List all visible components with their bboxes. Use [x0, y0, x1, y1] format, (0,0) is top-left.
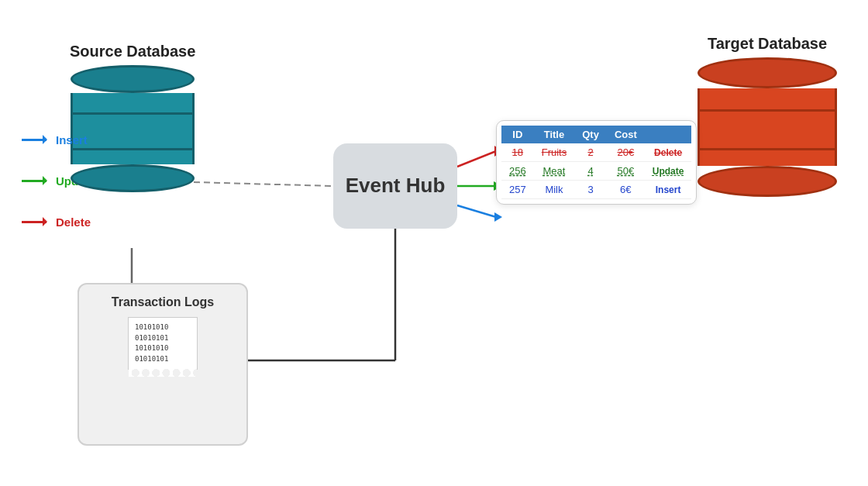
source-db-bottom — [71, 164, 195, 192]
target-table-container: ID Title Qty Cost 18 Fruits 2 20€ Delete… — [496, 120, 697, 205]
cell-action: Delete — [645, 143, 692, 162]
source-database: Source Database — [70, 43, 195, 192]
table-row: 257 Milk 3 6€ Insert — [501, 181, 691, 199]
cell-id: 256 — [501, 162, 534, 181]
table-body: 18 Fruits 2 20€ Delete 256 Meat 4 50€ Up… — [501, 143, 691, 199]
cell-cost: 20€ — [607, 143, 645, 162]
tx-log-title: Transaction Logs — [112, 295, 214, 309]
cell-qty: 3 — [574, 181, 607, 199]
cell-title: Meat — [534, 162, 575, 181]
target-table: ID Title Qty Cost 18 Fruits 2 20€ Delete… — [501, 126, 691, 199]
svg-line-5 — [457, 205, 496, 217]
source-db-top — [71, 65, 195, 93]
target-db-label: Target Database — [708, 35, 827, 53]
col-title: Title — [534, 126, 575, 143]
source-db-seg2 — [71, 129, 195, 150]
svg-line-0 — [194, 182, 333, 186]
cell-cost: 6€ — [607, 181, 645, 199]
svg-line-1 — [457, 151, 496, 167]
source-db-gap2 — [71, 150, 195, 164]
cell-cost: 50€ — [607, 162, 645, 181]
insert-label: Insert — [56, 133, 88, 146]
target-db-seg1 — [698, 88, 837, 112]
transaction-log: Transaction Logs 10101010 01010101 10101… — [78, 283, 248, 446]
target-db-gap2 — [698, 150, 837, 166]
svg-marker-6 — [494, 212, 502, 222]
target-database: Target Database — [698, 35, 837, 197]
target-db-bottom — [698, 166, 837, 197]
source-db-body — [71, 65, 195, 192]
op-delete: Delete — [22, 215, 91, 229]
cell-id: 18 — [501, 143, 534, 162]
target-db-body — [698, 57, 837, 197]
log-line-1: 10101010 — [135, 322, 191, 333]
table-row: 18 Fruits 2 20€ Delete — [501, 143, 691, 162]
source-db-seg1 — [71, 93, 195, 115]
op-insert: Insert — [22, 133, 88, 146]
cell-title: Fruits — [534, 143, 575, 162]
table-row: 256 Meat 4 50€ Update — [501, 162, 691, 181]
delete-label: Delete — [56, 215, 91, 229]
cell-qty: 4 — [574, 162, 607, 181]
source-db-label: Source Database — [70, 43, 195, 60]
target-db-gap1 — [698, 112, 837, 127]
cell-action: Insert — [645, 181, 692, 199]
col-id: ID — [501, 126, 534, 143]
event-hub: Event Hub — [333, 143, 457, 229]
cell-title: Milk — [534, 181, 575, 199]
log-line-4: 01010101 — [135, 354, 191, 365]
cell-qty: 2 — [574, 143, 607, 162]
target-db-top — [698, 57, 837, 88]
col-qty: Qty — [574, 126, 607, 143]
event-hub-label: Event Hub — [346, 174, 446, 198]
tx-log-receipt: 10101010 01010101 10101010 01010101 — [128, 317, 198, 370]
col-cost: Cost — [607, 126, 645, 143]
cell-action: Update — [645, 162, 692, 181]
log-line-2: 01010101 — [135, 333, 191, 344]
log-line-3: 10101010 — [135, 343, 191, 354]
source-db-gap1 — [71, 115, 195, 129]
cell-id: 257 — [501, 181, 534, 199]
col-action-header — [645, 126, 692, 143]
target-db-seg2 — [698, 127, 837, 150]
table-header-row: ID Title Qty Cost — [501, 126, 691, 143]
